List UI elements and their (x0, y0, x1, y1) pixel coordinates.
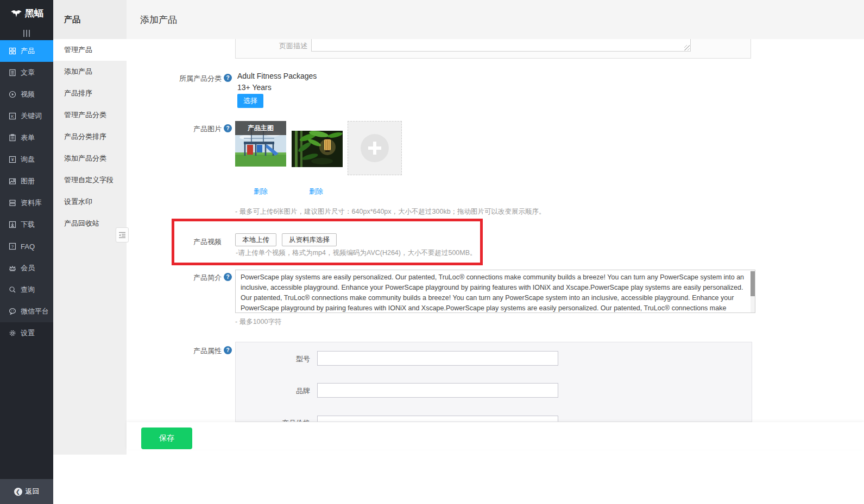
sidebar-item-label: 产品 (21, 46, 35, 56)
sidebar-item-query[interactable]: 查询 (0, 279, 53, 301)
sidebar-item-label: 微信平台 (21, 307, 49, 316)
form-icon (8, 133, 17, 142)
menu-item-add-category[interactable]: 添加产品分类 (53, 148, 127, 169)
from-library-button[interactable]: 从资料库选择 (282, 233, 337, 246)
product-image-2[interactable] (292, 131, 343, 167)
back-button[interactable]: ❮ 返回 (0, 479, 53, 504)
resize-grip-icon[interactable] (684, 45, 690, 50)
gallery-icon (8, 177, 17, 186)
sidebar-item-forms[interactable]: 表单 (0, 127, 53, 149)
logo: 黑蝠 (0, 0, 53, 26)
inquiry-icon: ¥ (8, 155, 17, 164)
menu-item-manage-products[interactable]: 管理产品 (53, 39, 127, 61)
sidebar-item-label: 文章 (21, 68, 35, 78)
menu-item-add-product[interactable]: 添加产品 (53, 61, 127, 82)
product-intro-textarea[interactable]: PowerScape play systems are easily perso… (235, 270, 755, 313)
page-desc-textarea[interactable] (311, 39, 691, 52)
delete-image-2-link[interactable]: 删除 (309, 187, 323, 196)
grid-icon (8, 47, 17, 55)
product-video-label: 产品视频 (152, 237, 222, 247)
help-icon[interactable]: ? (224, 124, 232, 132)
keyword-icon: K (8, 112, 17, 120)
sidebar-item-label: 会员 (21, 263, 35, 273)
images-hint: - 最多可上传6张图片，建议图片尺寸：640px*640px，大小不超过300k… (235, 207, 546, 216)
page-desc-label: 页面描述 (242, 41, 307, 51)
bat-logo-icon (10, 9, 23, 18)
menu-item-product-sort[interactable]: 产品排序 (53, 82, 127, 104)
sidebar-item-inquiries[interactable]: ¥ 询盘 (0, 149, 53, 170)
page-title: 添加产品 (140, 14, 177, 26)
svg-text:?: ? (11, 244, 14, 249)
sidebar-item-wechat[interactable]: 微信平台 (0, 301, 53, 322)
gear-icon (8, 329, 17, 337)
sidebar-item-label: 设置 (21, 328, 35, 338)
sidebar-lower-section: 设置 (0, 322, 53, 479)
menu-item-category-sort[interactable]: 产品分类排序 (53, 126, 127, 148)
back-label: 返回 (26, 487, 40, 496)
select-category-button[interactable]: 选择 (237, 94, 263, 108)
plus-icon (361, 134, 389, 162)
logo-text: 黑蝠 (25, 7, 43, 20)
attributes-panel: 型号 品牌 产品价格 (235, 342, 752, 422)
video-play-icon (8, 90, 17, 99)
secondary-sidebar: 产品 管理产品 添加产品 产品排序 管理产品分类 产品分类排序 添加产品分类 管… (53, 0, 127, 455)
model-label: 型号 (245, 354, 310, 364)
collapse-submenu-button[interactable] (116, 227, 129, 243)
question-icon: ? (8, 242, 17, 251)
sidebar-item-products[interactable]: 产品 (0, 40, 53, 62)
sidebar-item-label: 资料库 (21, 198, 42, 208)
sidebar-item-videos[interactable]: 视频 (0, 84, 53, 105)
sidebar-item-downloads[interactable]: 下载 (0, 214, 53, 235)
price-input[interactable] (317, 416, 558, 422)
crown-icon (8, 264, 17, 272)
product-attributes-label: 产品属性 (152, 346, 222, 356)
search-icon (8, 285, 17, 294)
article-icon (8, 68, 17, 77)
svg-text:K: K (11, 114, 14, 119)
outdent-icon (118, 232, 126, 238)
menu-item-watermark[interactable]: 设置水印 (53, 191, 127, 213)
local-upload-button[interactable]: 本地上传 (235, 233, 276, 246)
sidebar-item-label: 表单 (21, 133, 35, 143)
category-value-1: Adult Fitness Packages (237, 72, 317, 80)
brand-label: 品牌 (245, 386, 310, 396)
menu-item-manage-categories[interactable]: 管理产品分类 (53, 104, 127, 126)
category-label: 所属产品分类 (152, 74, 222, 84)
library-icon (8, 199, 17, 207)
primary-sidebar: 黑蝠 产品 文章 视频 K 关键词 表单 ¥ 询盘 图册 资料库 下载 ? FA… (0, 0, 53, 479)
collapse-sidebar-icon[interactable] (0, 26, 53, 40)
menu-item-custom-fields[interactable]: 管理自定义字段 (53, 169, 127, 191)
product-images-label: 产品图片 (152, 124, 222, 134)
help-icon[interactable]: ? (224, 346, 232, 354)
sidebar-item-articles[interactable]: 文章 (0, 62, 53, 84)
sidebar-item-label: 关键词 (21, 111, 42, 121)
sidebar-item-settings[interactable]: 设置 (0, 322, 53, 344)
svg-text:¥: ¥ (11, 157, 14, 162)
sidebar-item-label: 视频 (21, 90, 35, 99)
product-intro-label: 产品简介 (152, 273, 222, 283)
sidebar-item-faq[interactable]: ? FAQ (0, 235, 53, 257)
save-button[interactable]: 保存 (141, 428, 192, 449)
product-image-1[interactable]: 产品主图 (235, 121, 286, 167)
sidebar-item-members[interactable]: 会员 (0, 257, 53, 279)
delete-image-1-link[interactable]: 删除 (254, 187, 268, 196)
help-icon[interactable]: ? (224, 273, 232, 281)
page-header: 添加产品 (127, 0, 864, 39)
category-value-2: 13+ Years (237, 83, 272, 92)
add-image-button[interactable] (348, 121, 402, 175)
sidebar-item-label: 询盘 (21, 155, 35, 164)
video-hint: -请上传单个视频，格式为mp4，视频编码为AVC(H264)，大小不要超过500… (236, 248, 477, 258)
help-icon[interactable]: ? (224, 74, 232, 82)
model-input[interactable] (317, 351, 558, 366)
sidebar-item-library[interactable]: 资料库 (0, 192, 53, 214)
download-icon (8, 220, 17, 229)
footer-bar: 保存 (127, 422, 864, 450)
sidebar-item-label: FAQ (21, 243, 35, 251)
sidebar-item-label: 查询 (21, 285, 35, 295)
main-image-badge: 产品主图 (235, 121, 286, 135)
brand-input[interactable] (317, 383, 558, 398)
sidebar-item-gallery[interactable]: 图册 (0, 170, 53, 192)
scrollbar-thumb[interactable] (751, 271, 755, 296)
intro-hint: - 最多1000字符 (235, 317, 281, 327)
sidebar-item-keywords[interactable]: K 关键词 (0, 105, 53, 127)
